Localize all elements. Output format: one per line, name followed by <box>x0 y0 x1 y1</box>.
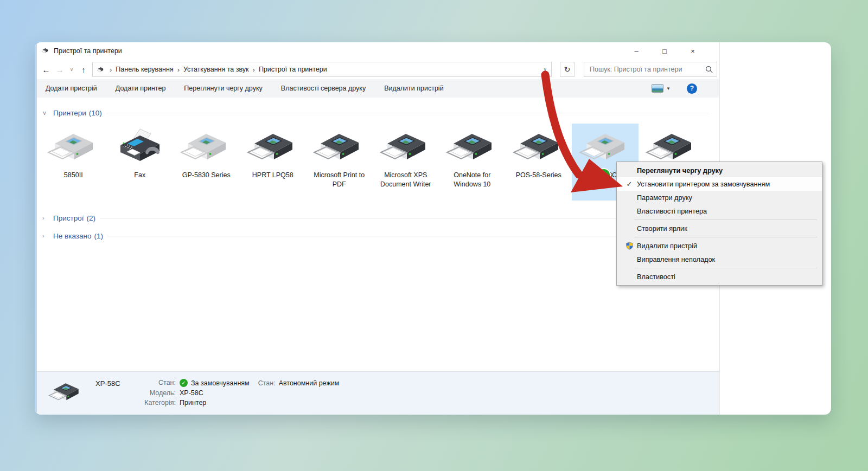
breadcrumb-separator-icon: › <box>106 66 116 74</box>
view-dropdown-caret-icon: ▼ <box>666 86 671 91</box>
context-menu-item-label: Виправлення неполадок <box>637 256 715 263</box>
menu-separator <box>634 237 817 237</box>
printer-device-icon <box>512 127 566 170</box>
desktop-background: { "window": { "title": "Пристрої та прин… <box>0 0 868 471</box>
context-menu-item[interactable]: Видалити пристрій <box>617 239 822 253</box>
context-menu-item[interactable]: Переглянути чергу друку <box>617 164 822 177</box>
details-value: Принтер <box>180 399 339 407</box>
toolbar-button[interactable]: Переглянути чергу друку <box>175 85 271 92</box>
group-label: Пристрої <box>53 214 84 222</box>
group-header-unspecified[interactable]: › Не вказано (1) <box>42 229 713 242</box>
group-count: (1) <box>94 232 103 240</box>
group-divider <box>106 113 709 113</box>
printer-device-icon <box>246 127 300 170</box>
minimize-button[interactable]: – <box>632 47 641 55</box>
screenshot-card: Пристрої та принтери – □ × ← → ∨ ↑ ›Пане… <box>35 42 831 415</box>
context-menu-item[interactable]: Параметри друку <box>617 191 822 204</box>
printer-app-icon <box>41 47 50 55</box>
navigation-bar: ← → ∨ ↑ ›Панель керування›Устаткування т… <box>35 60 719 79</box>
toolbar-button[interactable]: Властивості сервера друку <box>272 85 375 92</box>
printer-label: Microsoft Print to PDF <box>307 171 371 189</box>
printers-grid: 5850II Fax GP-5830 Series HPRT LPQ58 <box>40 124 713 201</box>
group-header-devices[interactable]: › Пристрої (2) <box>42 211 713 224</box>
details-fields: Стан:✓За замовчуваннямСтан:Автономний ре… <box>129 379 339 415</box>
maximize-button[interactable]: □ <box>660 47 669 55</box>
breadcrumb-item[interactable]: Панель керування <box>116 66 173 73</box>
view-thumbnail-icon <box>652 84 663 93</box>
toolbar-button[interactable]: Видалити пристрій <box>375 85 452 92</box>
search-input[interactable] <box>589 65 705 74</box>
printer-tile[interactable]: Microsoft Print to PDF <box>306 124 373 201</box>
expand-chevron-icon[interactable]: › <box>42 215 50 221</box>
toolbar-right-controls: ▼ ? <box>652 83 697 94</box>
printer-tile[interactable]: POS-58-Series <box>506 124 572 201</box>
context-menu-item-label: Властивості принтера <box>637 208 707 215</box>
address-dropdown-icon[interactable]: ∨ <box>543 67 549 72</box>
details-pane: XP-58C Стан:✓За замовчуваннямСтан:Автоно… <box>35 371 719 415</box>
breadcrumb-item[interactable]: Пристрої та принтери <box>259 66 327 73</box>
toolbar-button[interactable]: Додати пристрій <box>44 85 106 92</box>
breadcrumb-item[interactable]: Устаткування та звук <box>183 66 249 73</box>
group-label: Не вказано <box>53 232 91 240</box>
details-value: XP-58C <box>180 389 339 397</box>
context-menu-item[interactable]: Виправлення неполадок <box>617 253 822 266</box>
printer-device-icon <box>379 127 433 170</box>
context-menu-item[interactable]: Створити ярлик <box>617 222 822 235</box>
printer-tile[interactable]: HPRT LPQ58 <box>240 124 307 201</box>
group-count: (10) <box>89 109 102 117</box>
context-menu-item-label: Властивості <box>637 273 675 281</box>
address-bar[interactable]: ›Панель керування›Устаткування та звук›П… <box>92 62 552 77</box>
refresh-button[interactable]: ↻ <box>560 62 575 77</box>
titlebar: Пристрої та принтери – □ × <box>35 42 719 60</box>
details-printer-name: XP-58C <box>95 379 129 415</box>
details-label: Модель: <box>129 389 176 397</box>
change-view-button[interactable]: ▼ <box>652 84 671 93</box>
printer-tile[interactable]: GP-5830 Series <box>173 124 240 201</box>
history-dropdown-icon[interactable]: ∨ <box>68 67 75 72</box>
caption-buttons: – □ × <box>632 42 697 60</box>
printer-tile[interactable]: Fax <box>107 124 174 201</box>
printer-label: 5850II <box>64 171 83 180</box>
collapse-chevron-icon[interactable]: ∨ <box>42 109 50 117</box>
printer-label: HPRT LPQ58 <box>252 171 293 180</box>
help-button[interactable]: ? <box>687 83 697 94</box>
printer-label: GP-5830 Series <box>182 171 231 180</box>
close-button[interactable]: × <box>688 47 697 55</box>
printer-device-icon <box>179 127 233 170</box>
printer-context-menu: Переглянути чергу друку✓Установити принт… <box>616 162 822 286</box>
window-title: Пристрої та принтери <box>54 47 122 55</box>
context-menu-item-label: Переглянути чергу друку <box>637 167 723 175</box>
default-printer-badge-icon: ✓ <box>597 168 611 182</box>
selected-printer-icon <box>48 378 84 408</box>
group-count: (2) <box>86 214 95 222</box>
context-menu-item[interactable]: ✓Установити принтером за замовчуванням <box>617 177 822 191</box>
context-menu-item[interactable]: Властивості принтера <box>617 204 822 218</box>
toolbar-button[interactable]: Додати принтер <box>106 85 175 92</box>
check-icon: ✓ <box>622 180 637 188</box>
printer-device-icon <box>445 127 499 170</box>
breadcrumb: ›Панель керування›Устаткування та звук›П… <box>106 66 327 74</box>
breadcrumb-separator-icon: › <box>249 66 259 74</box>
context-menu-item-label: Видалити пристрій <box>637 242 697 250</box>
details-label: Категорія: <box>129 399 176 407</box>
expand-chevron-icon[interactable]: › <box>42 233 50 239</box>
up-icon[interactable]: ↑ <box>79 65 88 74</box>
back-icon[interactable]: ← <box>41 65 51 74</box>
forward-icon[interactable]: → <box>55 65 65 74</box>
printer-device-icon <box>113 127 167 170</box>
menu-separator <box>634 220 817 220</box>
details-value: Автономний режим <box>279 379 340 387</box>
printer-tile[interactable]: Microsoft XPS Document Writer <box>373 124 439 201</box>
context-menu-item-label: Створити ярлик <box>637 225 687 233</box>
printer-tile[interactable]: OneNote for Windows 10 <box>439 124 506 201</box>
uac-shield-icon <box>622 242 637 250</box>
printer-device-icon <box>312 127 366 170</box>
search-icon[interactable] <box>705 66 713 74</box>
printer-tile[interactable]: 5850II <box>40 124 107 201</box>
group-header-printers[interactable]: ∨ Принтери (10) <box>42 106 713 119</box>
context-menu-item[interactable]: Властивості <box>617 270 822 283</box>
command-toolbar: Додати пристрійДодати принтерПереглянути… <box>35 79 719 98</box>
default-status-check-icon: ✓ <box>180 379 188 387</box>
context-menu-item-label: Установити принтером за замовчуванням <box>637 180 770 188</box>
search-box[interactable] <box>584 62 717 77</box>
